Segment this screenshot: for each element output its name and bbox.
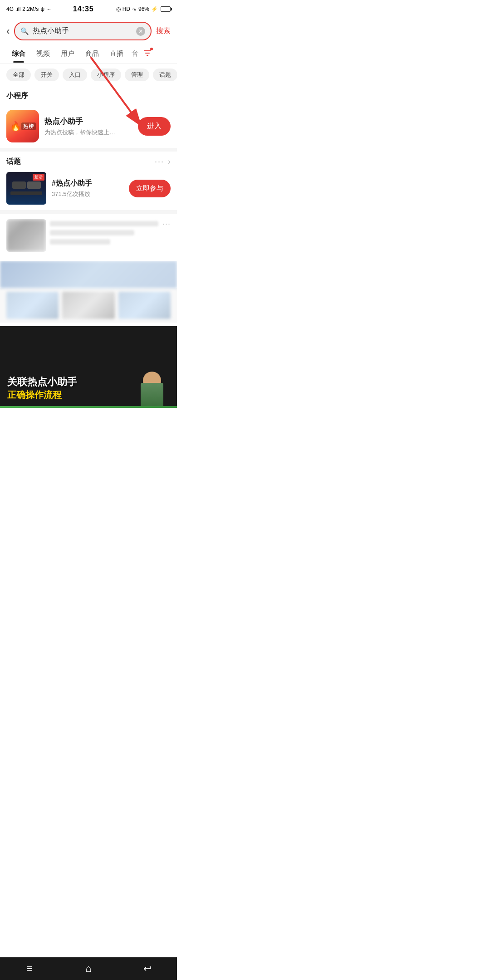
clear-icon: ✕ <box>138 28 143 34</box>
blurred-banner <box>0 261 177 288</box>
tag-miniprogram[interactable]: 小程序 <box>91 69 121 81</box>
mini-program-section-title: 小程序 <box>0 86 177 104</box>
topic-info: #热点小助手 371.5亿次播放 <box>52 179 123 198</box>
tab-video[interactable]: 视频 <box>31 45 55 63</box>
tab-audio[interactable]: 音 <box>129 45 141 63</box>
status-left: 4G .ill 2.2M/s ψ ··· <box>6 6 51 12</box>
signal-bars: .ill <box>15 6 20 12</box>
topic-thumbnail: 超话 <box>6 172 46 205</box>
search-submit-button[interactable]: 搜索 <box>156 26 171 36</box>
topic-stats: 371.5亿次播放 <box>52 190 123 198</box>
video-person-thumbnail <box>136 367 168 408</box>
clock: 14:35 <box>73 5 94 13</box>
topic-section-title: 话题 <box>6 157 21 167</box>
alarm-icon: ◎ <box>116 6 121 12</box>
mini-program-info: 热点小助手 为热点投稿，帮你快速上… <box>44 116 132 137</box>
search-clear-button[interactable]: ✕ <box>136 27 145 36</box>
search-area: ‹ 🔍 热点小助手 ✕ 搜索 <box>0 18 177 44</box>
content-card-1: ··· <box>0 214 177 257</box>
tab-comprehensive[interactable]: 综合 <box>6 45 31 63</box>
tag-entry[interactable]: 入口 <box>63 69 87 81</box>
mini-program-section: 小程序 🔥 热榜 热点小助手 为热点投稿，帮你快速上… 进入 <box>0 86 177 148</box>
mini-program-icon: 🔥 热榜 <box>6 110 39 142</box>
topic-red-badge: 超话 <box>33 174 44 181</box>
video-card: 关联热点小助手 正确操作流程 <box>0 326 177 408</box>
page-wrapper: 4G .ill 2.2M/s ψ ··· 14:35 ◎ HD ∿ 96% ⚡ … <box>0 0 177 431</box>
speed-indicator: 2.2M/s <box>22 6 39 12</box>
tab-product[interactable]: 商品 <box>80 45 104 63</box>
status-right: ◎ HD ∿ 96% ⚡ <box>116 6 171 12</box>
tag-switch[interactable]: 开关 <box>34 69 59 81</box>
topic-header: 话题 ··· › <box>6 157 171 167</box>
hot-chart-label: 热榜 <box>21 122 36 130</box>
mini-program-desc: 为热点投稿，帮你快速上… <box>44 128 132 137</box>
search-box[interactable]: 🔍 热点小助手 ✕ <box>14 22 152 40</box>
battery-percent: 96% <box>138 6 149 12</box>
tag-all[interactable]: 全部 <box>6 69 31 81</box>
blurred-thumb-1 <box>6 219 46 252</box>
mini-program-name: 热点小助手 <box>44 116 132 127</box>
topic-section: 话题 ··· › 超话 #热点小助手 371.5亿次播放 <box>0 152 177 210</box>
green-strip <box>0 406 177 408</box>
search-icon: 🔍 <box>20 27 29 35</box>
participate-button[interactable]: 立即参与 <box>129 180 171 197</box>
filter-dot <box>150 48 153 50</box>
hd-label: HD <box>122 6 130 12</box>
charging-icon: ⚡ <box>151 6 158 12</box>
topic-hashtag: #热点小助手 <box>52 179 123 188</box>
topic-card: 超话 #热点小助手 371.5亿次播放 立即参与 <box>6 172 171 205</box>
usb-icon: ψ <box>40 6 44 12</box>
filter-tags-row: 全部 开关 入口 小程序 管理 话题 <box>0 64 177 86</box>
video-subtitle: 正确操作流程 <box>7 389 77 401</box>
topic-chevron-icon[interactable]: › <box>168 157 171 167</box>
video-thumbnail: 关联热点小助手 正确操作流程 <box>0 326 177 408</box>
divider-2 <box>0 210 177 214</box>
person-body <box>141 383 163 408</box>
card-more-button-1[interactable]: ··· <box>162 219 171 229</box>
tag-topic[interactable]: 话题 <box>153 69 177 81</box>
content-card-2 <box>0 261 177 323</box>
mini-program-card: 🔥 热榜 热点小助手 为热点投稿，帮你快速上… 进入 <box>0 104 177 148</box>
more-status: ··· <box>46 6 51 12</box>
video-title: 关联热点小助手 <box>7 376 77 389</box>
tab-live[interactable]: 直播 <box>104 45 129 63</box>
signal-icon: 4G <box>6 6 14 12</box>
fire-emoji: 🔥 <box>10 121 21 132</box>
search-query-text[interactable]: 热点小助手 <box>33 26 132 36</box>
filter-button[interactable] <box>141 44 154 64</box>
topic-more-button[interactable]: ··· <box>155 157 164 167</box>
status-bar: 4G .ill 2.2M/s ψ ··· 14:35 ◎ HD ∿ 96% ⚡ <box>0 0 177 18</box>
tag-manage[interactable]: 管理 <box>125 69 149 81</box>
battery-icon <box>161 6 171 12</box>
divider-1 <box>0 148 177 152</box>
tab-user[interactable]: 用户 <box>55 45 80 63</box>
tabs-row: 综合 视频 用户 商品 直播 音 <box>0 44 177 64</box>
back-button[interactable]: ‹ <box>6 26 10 36</box>
enter-mini-program-button[interactable]: 进入 <box>138 117 171 136</box>
wifi-icon: ∿ <box>132 6 137 12</box>
